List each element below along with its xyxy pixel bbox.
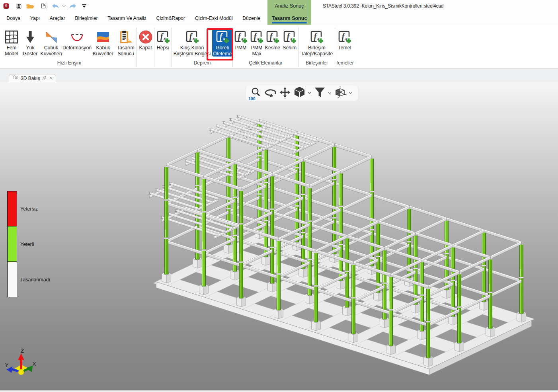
chevron-down-icon[interactable] — [348, 90, 353, 96]
zoom-level-value: 100 — [248, 96, 256, 101]
fx: fx — [283, 30, 297, 44]
bar-forces — [45, 30, 58, 44]
ribbon-button-pmm-max[interactable]: fxPMM Max — [249, 29, 265, 57]
ribbon-button-label: Hepsi — [157, 45, 169, 51]
orbit-button[interactable] — [265, 87, 277, 99]
axis-origin — [18, 369, 24, 375]
tab-analiz-sonuc[interactable]: Analiz Sonuç — [267, 0, 311, 12]
legend-swatch-tasarlanmadı — [7, 262, 17, 297]
ribbon-button-kesme[interactable]: fxKesme — [265, 29, 281, 51]
ribbon-button-label: PMM Max — [251, 45, 263, 57]
axis-z-label: Z — [21, 348, 24, 354]
ribbon-button-pmm[interactable]: fxPMM — [233, 29, 249, 51]
ribbon-group-label: Birleşimler — [299, 60, 335, 68]
ribbon-button-deformasyon[interactable]: Deformasyon — [63, 29, 91, 51]
ribbon-button--ubuk-kuvvetleri[interactable]: Çubuk Kuvvetleri — [39, 29, 63, 57]
menu-item-6[interactable]: Çizim&Rapor — [151, 12, 190, 25]
ribbon-button-kabuk-kuvvetler[interactable]: Kabuk Kuvvetler — [91, 29, 115, 57]
menu-item-7[interactable]: Çizim-Eski Modül — [190, 12, 238, 25]
ribbon-button-sehim[interactable]: fxSehim — [281, 29, 299, 51]
window-title: STASteel 3.0.392 -Kolon_Kiris_SismikKont… — [323, 0, 443, 12]
filter-button[interactable] — [314, 86, 326, 99]
deformation — [70, 30, 84, 44]
ribbon-group-temeller: fxTemelTemeller — [335, 25, 354, 68]
ribbon-button-label: Kabuk Kuvvetler — [93, 45, 113, 57]
customize-toolbar-icon[interactable] — [82, 4, 86, 8]
view-3d-icon — [12, 74, 19, 83]
ribbon-group-label: Deprem — [172, 60, 232, 68]
ribbon-button-kiri-kolon-bir-le-im-b-lgesi[interactable]: fxKiriş-Kolon Birşleşim Bölgesi — [172, 29, 212, 57]
fx: fx — [156, 30, 170, 44]
ribbon-button-tasar-m-sonucu[interactable]: Tasarım Sonucu — [115, 29, 137, 57]
ribbon-button-hepsi[interactable]: fxHepsi — [154, 29, 172, 51]
ribbon-group-label — [154, 60, 172, 68]
tab-3d-view[interactable]: 3D Bakış — [9, 74, 56, 82]
design-result — [119, 30, 133, 44]
fx-add-icon-active: fx — [216, 30, 229, 44]
pin-icon[interactable] — [42, 75, 47, 82]
fem-model — [5, 30, 18, 44]
ribbon-group-label: Çelik Elemanlar — [233, 60, 299, 68]
window-bottom-edge — [0, 390, 558, 392]
undo-icon[interactable] — [52, 4, 59, 9]
ribbon-group-birle-imler: fxBirleşim Talep/KapasiteBirleşimler — [299, 25, 335, 68]
redo-icon[interactable] — [69, 4, 76, 9]
solid-cube-button[interactable] — [293, 86, 306, 100]
menu-item-5[interactable]: Tasarım Ve Analiz — [103, 12, 151, 25]
menu-item-4[interactable]: Birleşimler — [70, 12, 103, 25]
menu-bar: DosyaYapıAraçlarBirleşimlerTasarım Ve An… — [2, 12, 265, 25]
close-red — [139, 30, 152, 44]
ribbon-button-label: Tasarım Sonucu — [117, 45, 135, 57]
app-logo[interactable]: S — [3, 3, 9, 9]
chevron-down-icon[interactable] — [307, 90, 312, 96]
ribbon-button-birle-im-talep-kapasite[interactable]: fxBirleşim Talep/Kapasite — [299, 29, 335, 57]
undo-dropdown-chevron-icon[interactable] — [62, 4, 66, 8]
legend-label-tasarlanmadı: Tasarlanmadı — [20, 277, 50, 283]
ribbon-button-fem-model[interactable]: Fem Model — [2, 29, 21, 57]
fx: fx — [266, 30, 279, 44]
fx: fx — [234, 30, 248, 44]
structure-3d-model — [0, 82, 558, 390]
menu-item-1[interactable]: Dosya — [2, 12, 25, 25]
load-arrow — [23, 30, 37, 44]
ribbon-button-label: Yük Göster — [23, 45, 38, 57]
context-tab-group: Analiz Sonuç Tasarım Sonuç — [267, 0, 311, 25]
menu-item-8[interactable]: Düzenle — [238, 12, 265, 25]
open-folder-icon[interactable] — [26, 4, 35, 9]
chevron-down-icon[interactable] — [327, 90, 332, 96]
solid-cube-icon — [293, 86, 306, 100]
ribbon-group-buttons: Fem ModelYük GösterÇubuk KuvvetleriDefor… — [2, 25, 137, 60]
menu-item-2[interactable]: Yapı — [25, 12, 45, 25]
ribbon-button-y-k-g-ster[interactable]: Yük Göster — [21, 29, 39, 57]
menu-item-3[interactable]: Araçlar — [45, 12, 70, 25]
ribbon-button-label: Göreli Öteleme — [213, 45, 231, 57]
ribbon-button-temel[interactable]: fxTemel — [335, 29, 354, 51]
wire-cube-button[interactable] — [334, 86, 347, 100]
ribbon-group-deprem: fxKiriş-Kolon Birşleşim BölgesifxGöreli … — [172, 25, 232, 68]
save-icon[interactable] — [16, 4, 21, 9]
orbit-icon — [265, 87, 277, 99]
axis-y-label: Y — [5, 362, 8, 368]
ribbon-button-label: Kiriş-Kolon Birşleşim Bölgesi — [174, 45, 211, 57]
ribbon-group-label: Hızlı Erişim — [2, 60, 137, 68]
new-document-icon[interactable] — [41, 3, 46, 9]
title-bar: S DosyaYapıAraçlarBirleşimlerTasarım Ve … — [0, 0, 558, 25]
ribbon-group-buttons: fxTemel — [335, 25, 354, 60]
filter-icon — [314, 86, 326, 99]
ribbon-button-kapat[interactable]: Kapat — [137, 29, 154, 51]
ribbon-group-label: Temeller — [335, 60, 354, 68]
legend-swatch-yetersiz — [7, 191, 17, 226]
fx: fx — [185, 30, 199, 44]
ribbon-button-g-reli-teleme[interactable]: fxGöreli Öteleme — [212, 29, 232, 57]
qat-separator — [47, 2, 47, 10]
ribbon-button-label: PMM — [235, 45, 247, 51]
viewport-3d[interactable]: 100 YetersizYeterliTasarlanmadı Z Y X — [0, 82, 558, 390]
legend-label-yetersiz: Yetersiz — [20, 206, 38, 212]
pan-button[interactable] — [279, 87, 291, 99]
pan-icon — [279, 87, 291, 99]
zoom-button[interactable]: 100 — [250, 87, 261, 99]
ribbon-group--elik-elemanlar: fxPMMfxPMM MaxfxKesmefxSehimÇelik Eleman… — [233, 25, 299, 68]
close-tab-icon[interactable] — [49, 75, 53, 82]
ribbon-button-label: Fem Model — [5, 45, 18, 57]
ribbon-group-buttons: fxBirleşim Talep/Kapasite — [299, 25, 335, 60]
